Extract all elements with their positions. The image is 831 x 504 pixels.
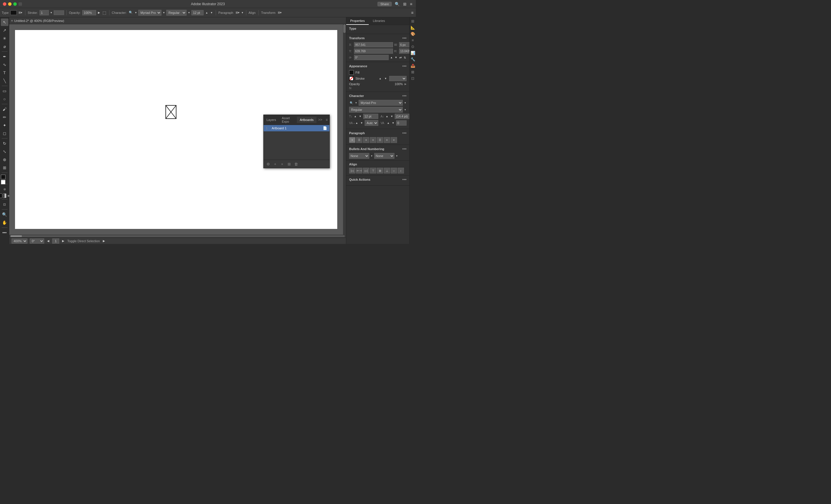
minimize-button[interactable] bbox=[8, 2, 11, 6]
align-bottom-edge-btn[interactable]: ⊥ bbox=[384, 168, 390, 174]
horizontal-scrollbar[interactable] bbox=[9, 235, 346, 238]
select-tool[interactable]: ↖ bbox=[1, 19, 8, 26]
fill-swatch[interactable] bbox=[10, 10, 17, 15]
flip-v-icon[interactable]: ⇅ bbox=[403, 55, 406, 60]
size-spin-down[interactable]: ▼ bbox=[358, 114, 362, 118]
size-spin-up[interactable]: ▲ bbox=[353, 114, 357, 118]
warp-tool[interactable]: ⊛ bbox=[1, 156, 8, 164]
font-size-input[interactable] bbox=[192, 10, 204, 15]
zoom-select[interactable]: 400% bbox=[11, 238, 27, 244]
size-up-icon[interactable]: ▲ bbox=[205, 11, 208, 15]
tab-properties[interactable]: Properties bbox=[346, 17, 369, 25]
align-top-edge-btn[interactable]: ⊤ bbox=[370, 168, 376, 174]
hscroll-thumb[interactable] bbox=[10, 235, 22, 237]
paragraph-more-btn[interactable]: ••• bbox=[402, 131, 406, 136]
layers-settings-btn[interactable]: ⚙ bbox=[265, 161, 271, 167]
dist-v-btn[interactable]: ↕ bbox=[398, 168, 404, 174]
layers-next-btn[interactable]: + bbox=[279, 161, 285, 167]
next-artboard-btn[interactable]: ▶ bbox=[61, 239, 65, 243]
direct-select-tool[interactable]: ↗ bbox=[1, 27, 8, 34]
layers-tab-layers[interactable]: Layers bbox=[264, 117, 279, 123]
char-options-icon[interactable]: ▾ bbox=[355, 101, 357, 105]
opacity-arrow-icon[interactable]: ▶ bbox=[404, 83, 406, 85]
toggle-arrow-btn[interactable]: ▶ bbox=[102, 239, 106, 243]
panel-collapse-icon-2[interactable]: 📐 bbox=[410, 25, 416, 30]
dist-h-btn[interactable]: ↔ bbox=[391, 168, 397, 174]
rotate-select[interactable]: 0° bbox=[30, 238, 44, 244]
type-tool[interactable]: T bbox=[1, 69, 8, 77]
eraser-tool[interactable]: ◻ bbox=[1, 129, 8, 137]
panel-collapse-icon-8[interactable]: 📤 bbox=[410, 63, 416, 68]
share-button[interactable]: Share bbox=[377, 2, 392, 6]
w-input[interactable] bbox=[399, 42, 409, 47]
transform-options-icon[interactable]: ⊞▾ bbox=[277, 10, 282, 15]
quick-actions-more-btn[interactable]: ••• bbox=[402, 177, 406, 182]
fill-color-swatch[interactable] bbox=[349, 70, 354, 75]
align-v-center-btn[interactable]: ⊞ bbox=[377, 168, 383, 174]
fullscreen-button[interactable] bbox=[19, 2, 22, 6]
kerning-spin-up[interactable]: ▲ bbox=[386, 121, 390, 125]
layers-more-icon[interactable]: >> bbox=[316, 116, 324, 123]
size-down-icon[interactable]: ▼ bbox=[210, 11, 213, 15]
align-left-btn[interactable]: ≡ bbox=[349, 137, 355, 143]
more-tools-btn[interactable]: ••• bbox=[1, 229, 8, 236]
tab-close-icon[interactable]: × bbox=[11, 19, 13, 23]
maximize-button[interactable] bbox=[13, 2, 17, 6]
leading-spin-down[interactable]: ▼ bbox=[390, 114, 394, 118]
close-button[interactable] bbox=[3, 2, 6, 6]
stroke-down-icon[interactable]: ▼ bbox=[384, 77, 388, 81]
hscroll-track[interactable] bbox=[10, 235, 345, 237]
justify-all-btn[interactable]: ≡ bbox=[391, 137, 397, 143]
rotate-input[interactable] bbox=[354, 55, 389, 60]
char-style-select[interactable]: Regular bbox=[349, 107, 403, 113]
stroke-color-swatch[interactable] bbox=[349, 76, 354, 81]
layers-delete-btn[interactable]: 🗑 bbox=[293, 161, 299, 167]
pencil-tool[interactable]: ✏ bbox=[1, 114, 8, 121]
align-center-btn[interactable]: ☰ bbox=[356, 137, 362, 143]
artboard-row-1[interactable]: 1 Artboard 1 📄 bbox=[264, 125, 329, 131]
appearance-more-btn[interactable]: ••• bbox=[402, 64, 406, 68]
rotate-tool[interactable]: ↻ bbox=[1, 140, 8, 147]
panel-collapse-icon-4[interactable]: ≡ bbox=[410, 37, 416, 43]
char-style-more-icon[interactable]: ▾ bbox=[404, 108, 406, 112]
numbering-style-select[interactable]: None bbox=[374, 153, 395, 159]
shaper-tool[interactable]: ✦ bbox=[1, 121, 8, 129]
artboard-num-input[interactable] bbox=[52, 238, 59, 244]
paragraph-more-icon[interactable]: ▾ bbox=[241, 10, 244, 15]
bullets-more-btn[interactable]: ••• bbox=[402, 147, 406, 151]
align-h-center-btn[interactable]: ⊢⊣ bbox=[356, 168, 362, 174]
paragraph-options-icon[interactable]: ⊞▾ bbox=[235, 10, 240, 15]
layers-menu-icon[interactable]: ≡ bbox=[324, 116, 329, 123]
font-size-field[interactable] bbox=[363, 114, 378, 119]
vscroll-thumb[interactable] bbox=[343, 24, 346, 33]
gradient-btn[interactable] bbox=[3, 194, 6, 198]
grid-icon[interactable]: ⊞ bbox=[402, 1, 407, 7]
none-color-btn[interactable]: ⊘ bbox=[1, 185, 8, 193]
solid-color-btn[interactable] bbox=[0, 194, 2, 198]
pen-tool[interactable]: ✒ bbox=[1, 53, 8, 60]
tracking-select[interactable]: Auto bbox=[365, 120, 378, 126]
tracking-spin-down[interactable]: ▼ bbox=[360, 121, 364, 125]
layers-tab-artboards[interactable]: Artboards bbox=[297, 117, 316, 123]
char-font-select[interactable]: Myriad Pro bbox=[359, 100, 403, 106]
font-more-icon[interactable]: ▾ bbox=[163, 10, 165, 15]
panel-collapse-icon-9[interactable]: ⊠ bbox=[410, 69, 416, 75]
layers-prev-btn[interactable]: + bbox=[272, 161, 278, 167]
toolbar-more-icon[interactable]: ≡ bbox=[410, 10, 414, 16]
x-input[interactable] bbox=[354, 42, 393, 47]
panel-collapse-icon-1[interactable]: ⊞ bbox=[410, 19, 416, 24]
panel-collapse-icon-7[interactable]: 🔧 bbox=[410, 57, 416, 62]
stroke-color-swatch[interactable] bbox=[54, 10, 64, 15]
line-tool[interactable]: ╲ bbox=[1, 77, 8, 85]
layers-add-btn[interactable]: ⊞ bbox=[286, 161, 292, 167]
artboard-object[interactable] bbox=[165, 105, 177, 120]
align-right-edge-btn[interactable]: ▷| bbox=[363, 168, 369, 174]
scale-tool[interactable]: ⤡ bbox=[1, 148, 8, 155]
zoom-tool[interactable]: 🔍 bbox=[1, 211, 8, 218]
transform-more-btn[interactable]: ••• bbox=[402, 36, 406, 40]
justify-left-btn[interactable]: ≡ bbox=[370, 137, 376, 143]
artboard-tool[interactable]: ⊡ bbox=[1, 201, 8, 208]
stroke-up-icon[interactable]: ▲ bbox=[378, 77, 382, 81]
style-more-icon[interactable]: ▾ bbox=[188, 10, 190, 15]
panel-collapse-icon-6[interactable]: 📊 bbox=[410, 50, 416, 55]
